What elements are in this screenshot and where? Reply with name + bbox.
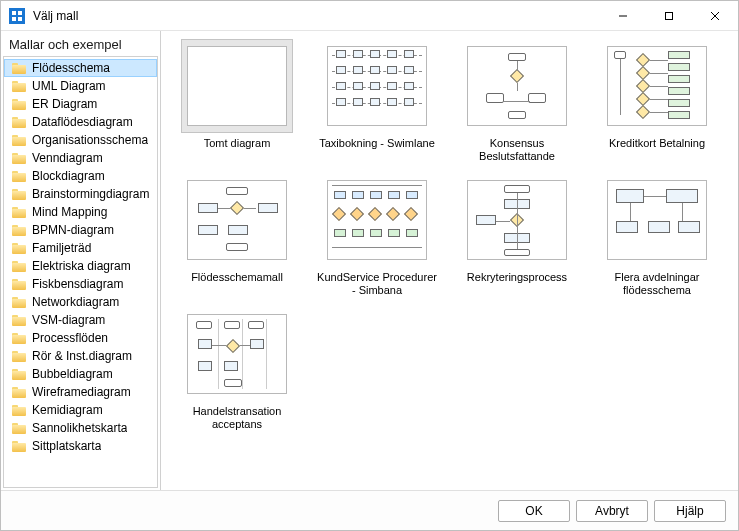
template-tile[interactable]: KundService Procedurer - Simbana — [313, 173, 441, 297]
titlebar: Välj mall — [1, 1, 738, 31]
folder-icon — [12, 153, 26, 164]
category-label: Wireframediagram — [32, 385, 131, 399]
folder-icon — [12, 441, 26, 452]
category-item[interactable]: Kemidiagram — [4, 401, 157, 419]
template-thumbnail-wrap — [601, 173, 713, 267]
category-item[interactable]: Networkdiagram — [4, 293, 157, 311]
folder-icon — [12, 225, 26, 236]
svg-rect-0 — [12, 11, 16, 15]
template-thumbnail — [187, 180, 287, 260]
minimize-button[interactable] — [600, 1, 646, 30]
template-thumbnail-wrap — [461, 173, 573, 267]
template-thumbnail — [327, 46, 427, 126]
category-item[interactable]: VSM-diagram — [4, 311, 157, 329]
template-tile[interactable]: Konsensus Beslutsfattande — [453, 39, 581, 163]
category-label: Flödesschema — [32, 61, 110, 75]
folder-icon — [12, 351, 26, 362]
category-label: Rör & Inst.diagram — [32, 349, 132, 363]
template-label: Taxibokning - Swimlane — [319, 137, 435, 150]
folder-icon — [12, 63, 26, 74]
template-thumbnail-wrap — [601, 39, 713, 133]
category-tree[interactable]: FlödesschemaUML DiagramER DiagramDataflö… — [3, 56, 158, 488]
category-label: Dataflödesdiagram — [32, 115, 133, 129]
category-item[interactable]: Flödesschema — [4, 59, 157, 77]
app-icon — [9, 8, 25, 24]
folder-icon — [12, 405, 26, 416]
help-button[interactable]: Hjälp — [654, 500, 726, 522]
category-label: Sannolikhetskarta — [32, 421, 127, 435]
category-item[interactable]: UML Diagram — [4, 77, 157, 95]
template-tile[interactable]: Rekryteringsprocess — [453, 173, 581, 297]
folder-icon — [12, 315, 26, 326]
svg-rect-5 — [666, 12, 673, 19]
template-thumbnail-wrap — [321, 173, 433, 267]
maximize-button[interactable] — [646, 1, 692, 30]
template-label: Kreditkort Betalning — [609, 137, 705, 150]
category-label: UML Diagram — [32, 79, 106, 93]
cancel-button[interactable]: Avbryt — [576, 500, 648, 522]
folder-icon — [12, 189, 26, 200]
category-label: Sittplatskarta — [32, 439, 101, 453]
template-thumbnail — [607, 46, 707, 126]
sidebar-header: Mallar och exempel — [1, 31, 160, 56]
category-label: Brainstormingdiagram — [32, 187, 149, 201]
category-item[interactable]: Blockdiagram — [4, 167, 157, 185]
category-label: Mind Mapping — [32, 205, 107, 219]
category-item[interactable]: Processflöden — [4, 329, 157, 347]
category-item[interactable]: Sittplatskarta — [4, 437, 157, 455]
template-tile[interactable]: Handelstransation acceptans — [173, 307, 301, 431]
folder-icon — [12, 369, 26, 380]
template-tile[interactable]: Kreditkort Betalning — [593, 39, 721, 163]
folder-icon — [12, 81, 26, 92]
category-item[interactable]: Elektriska diagram — [4, 257, 157, 275]
folder-icon — [12, 207, 26, 218]
category-item[interactable]: Venndiagram — [4, 149, 157, 167]
category-item[interactable]: Dataflödesdiagram — [4, 113, 157, 131]
category-item[interactable]: Brainstormingdiagram — [4, 185, 157, 203]
category-item[interactable]: Mind Mapping — [4, 203, 157, 221]
content-area: Mallar och exempel FlödesschemaUML Diagr… — [1, 31, 738, 490]
category-label: Bubbeldiagram — [32, 367, 113, 381]
ok-button[interactable]: OK — [498, 500, 570, 522]
category-label: Kemidiagram — [32, 403, 103, 417]
template-tile[interactable]: Tomt diagram — [173, 39, 301, 163]
folder-icon — [12, 423, 26, 434]
template-label: Flödesschemamall — [191, 271, 283, 284]
category-item[interactable]: Sannolikhetskarta — [4, 419, 157, 437]
category-item[interactable]: Wireframediagram — [4, 383, 157, 401]
category-item[interactable]: Organisationsschema — [4, 131, 157, 149]
category-item[interactable]: Fiskbensdiagram — [4, 275, 157, 293]
sidebar: Mallar och exempel FlödesschemaUML Diagr… — [1, 31, 161, 490]
template-tile[interactable]: Flera avdelningar flödesschema — [593, 173, 721, 297]
category-label: Elektriska diagram — [32, 259, 131, 273]
template-label: Rekryteringsprocess — [467, 271, 567, 284]
template-gallery: Tomt diagramTaxibokning - SwimlaneKonsen… — [161, 31, 738, 490]
close-button[interactable] — [692, 1, 738, 30]
template-thumbnail — [327, 180, 427, 260]
folder-icon — [12, 99, 26, 110]
template-tile[interactable]: Taxibokning - Swimlane — [313, 39, 441, 163]
category-label: Networkdiagram — [32, 295, 119, 309]
dialog-window: Välj mall Mallar och exempel Flödesschem… — [0, 0, 739, 531]
template-label: Flera avdelningar flödesschema — [595, 271, 719, 297]
category-item[interactable]: Bubbeldiagram — [4, 365, 157, 383]
template-thumbnail-wrap — [181, 39, 293, 133]
svg-rect-1 — [18, 11, 22, 15]
template-thumbnail-wrap — [461, 39, 573, 133]
category-label: Venndiagram — [32, 151, 103, 165]
category-item[interactable]: BPMN-diagram — [4, 221, 157, 239]
template-thumbnail — [467, 180, 567, 260]
button-bar: OK Avbryt Hjälp — [1, 490, 738, 530]
category-item[interactable]: ER Diagram — [4, 95, 157, 113]
folder-icon — [12, 243, 26, 254]
category-label: Processflöden — [32, 331, 108, 345]
template-tile[interactable]: Flödesschemamall — [173, 173, 301, 297]
window-title: Välj mall — [33, 9, 600, 23]
folder-icon — [12, 333, 26, 344]
category-label: BPMN-diagram — [32, 223, 114, 237]
category-item[interactable]: Rör & Inst.diagram — [4, 347, 157, 365]
category-label: Blockdiagram — [32, 169, 105, 183]
category-item[interactable]: Familjeträd — [4, 239, 157, 257]
folder-icon — [12, 387, 26, 398]
category-label: VSM-diagram — [32, 313, 105, 327]
